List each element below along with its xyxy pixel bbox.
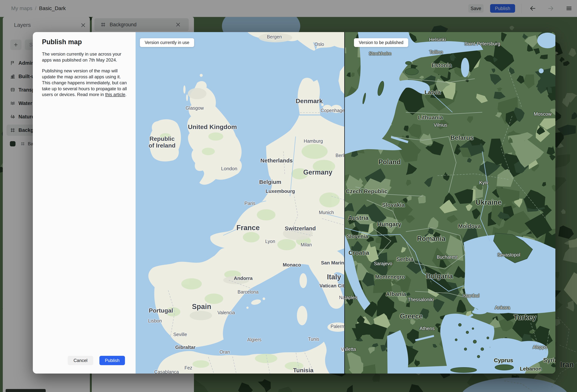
modal-paragraph-2: Publishing new version of the map will u… bbox=[42, 68, 127, 98]
publish-modal: Publish map The version currently in use… bbox=[33, 32, 136, 374]
map-version-new[interactable]: HelsinkiSaint PetersburgTallinnStockholm… bbox=[344, 32, 555, 374]
version-current-badge: Version currently in use bbox=[140, 38, 194, 47]
modal-title: Publish map bbox=[42, 38, 82, 46]
modal-paragraph-1: The version currently in use across your… bbox=[42, 51, 127, 63]
cancel-button[interactable]: Cancel bbox=[68, 356, 93, 365]
publish-dialog: Publish map The version currently in use… bbox=[33, 32, 555, 374]
compare-divider[interactable] bbox=[344, 32, 345, 374]
version-new-badge: Version to be published bbox=[354, 38, 408, 47]
map-version-current[interactable]: BergenOsloGlasgowUnited KingdomRepublic … bbox=[136, 32, 344, 374]
this-article-link[interactable]: this article bbox=[105, 92, 125, 97]
publish-button-modal[interactable]: Publish bbox=[99, 356, 125, 365]
